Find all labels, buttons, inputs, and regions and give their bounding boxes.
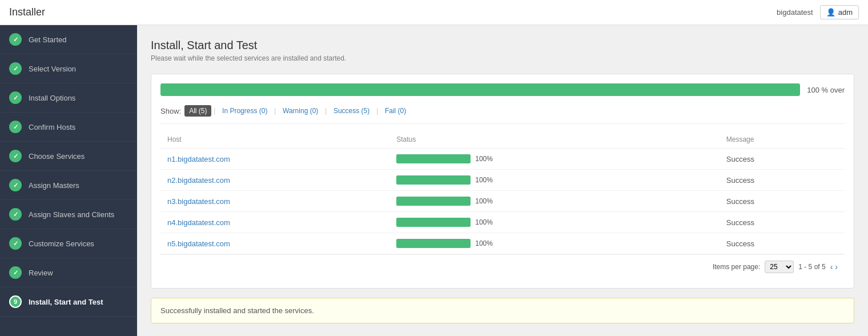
row-progress-bg (396, 175, 471, 185)
step-badge-customize-services: ✓ (9, 237, 22, 250)
sidebar-item-select-version[interactable]: ✓Select Version (0, 54, 137, 83)
col-header-message: Message (720, 131, 845, 149)
step-badge-select-version: ✓ (9, 62, 22, 75)
overall-progress-bar-bg (160, 83, 800, 96)
step-badge-assign-slaves: ✓ (9, 208, 22, 221)
row-progress-bg (396, 197, 471, 206)
filter-btn-success[interactable]: Success (5) (329, 105, 374, 117)
table-row: n4.bigdatatest.com100%Success (160, 212, 845, 233)
row-progress-wrap: 100% (396, 218, 713, 227)
step-badge-confirm-hosts: ✓ (9, 121, 22, 133)
col-header-host: Host (160, 131, 389, 149)
message-cell: Success (720, 212, 845, 233)
sidebar-label-install-start-test: Install, Start and Test (29, 298, 103, 306)
next-page-button[interactable]: › (835, 262, 838, 271)
navbar-user[interactable]: 👤 adm (820, 5, 859, 19)
row-progress-fill (396, 239, 471, 248)
row-progress-wrap: 100% (396, 175, 713, 185)
sidebar-label-review: Review (29, 269, 53, 277)
row-progress-fill (396, 154, 471, 163)
filter-sep: | (323, 106, 329, 115)
navbar-user-label: adm (838, 8, 853, 17)
host-link[interactable]: n2.bigdatatest.com (167, 176, 230, 185)
status-cell: 100% (389, 149, 720, 170)
row-progress-bg (396, 154, 471, 163)
step-badge-install-start-test: 9 (9, 295, 22, 308)
status-cell: 100% (389, 233, 720, 254)
navbar-env: bigdatatest (777, 8, 813, 17)
row-progress-fill (396, 175, 471, 185)
host-cell: n3.bigdatatest.com (160, 191, 389, 212)
filter-btn-all[interactable]: All (5) (184, 105, 211, 117)
status-cell: 100% (389, 212, 720, 233)
sidebar-item-assign-masters[interactable]: ✓Assign Masters (0, 171, 137, 200)
success-message-box: Successfully installed and started the s… (151, 298, 854, 323)
host-cell: n4.bigdatatest.com (160, 212, 389, 233)
sidebar-label-confirm-hosts: Confirm Hosts (29, 123, 75, 131)
sidebar-label-assign-masters: Assign Masters (29, 181, 79, 190)
success-message-text: Successfully installed and started the s… (160, 306, 314, 315)
sidebar-item-customize-services[interactable]: ✓Customize Services (0, 229, 137, 258)
sidebar-label-customize-services: Customize Services (29, 239, 94, 248)
step-badge-install-options: ✓ (9, 91, 22, 104)
host-link[interactable]: n3.bigdatatest.com (167, 197, 230, 206)
filter-btn-fail[interactable]: Fail (0) (380, 105, 411, 117)
row-percent: 100% (475, 155, 493, 163)
filter-btn-warning[interactable]: Warning (0) (278, 105, 323, 117)
host-link[interactable]: n4.bigdatatest.com (167, 218, 230, 227)
sidebar-item-choose-services[interactable]: ✓Choose Services (0, 142, 137, 171)
table-row: n5.bigdatatest.com100%Success (160, 233, 845, 254)
sidebar-item-install-options[interactable]: ✓Install Options (0, 83, 137, 113)
per-page-select[interactable]: 25 50 100 (765, 261, 794, 273)
row-progress-bg (396, 218, 471, 227)
row-percent: 100% (475, 239, 493, 247)
table-row: n1.bigdatatest.com100%Success (160, 149, 845, 170)
row-progress-wrap: 100% (396, 154, 713, 163)
sidebar-item-review[interactable]: ✓Review (0, 258, 137, 287)
message-cell: Success (720, 233, 845, 254)
user-icon: 👤 (826, 8, 835, 17)
row-progress-fill (396, 218, 471, 227)
sidebar-item-assign-slaves[interactable]: ✓Assign Slaves and Clients (0, 200, 137, 229)
host-link[interactable]: n5.bigdatatest.com (167, 239, 230, 248)
sidebar-item-confirm-hosts[interactable]: ✓Confirm Hosts (0, 113, 137, 142)
overall-progress-wrap: 100 % over (160, 83, 845, 96)
sidebar-item-get-started[interactable]: ✓Get Started (0, 25, 137, 54)
host-cell: n1.bigdatatest.com (160, 149, 389, 170)
prev-page-button[interactable]: ‹ (830, 262, 833, 271)
table-row: n2.bigdatatest.com100%Success (160, 170, 845, 191)
show-label: Show: (160, 107, 181, 115)
step-badge-assign-masters: ✓ (9, 179, 22, 191)
host-link[interactable]: n1.bigdatatest.com (167, 155, 230, 163)
sidebar-item-install-start-test[interactable]: 9Install, Start and Test (0, 287, 137, 317)
progress-section: 100 % over Show: All (5) | In Progress (… (151, 74, 854, 289)
row-progress-fill (396, 197, 471, 206)
filter-btn-in-progress[interactable]: In Progress (0) (218, 105, 272, 117)
step-badge-get-started: ✓ (9, 33, 22, 46)
filter-sep: | (211, 106, 218, 115)
row-progress-bg (396, 239, 471, 248)
row-percent: 100% (475, 218, 493, 226)
step-badge-review: ✓ (9, 266, 22, 279)
filter-sep: | (272, 106, 278, 115)
step-badge-choose-services: ✓ (9, 150, 22, 162)
overall-progress-bar-fill (160, 83, 800, 96)
filter-buttons: All (5) | In Progress (0) | Warning (0) … (184, 105, 411, 117)
host-cell: n5.bigdatatest.com (160, 233, 389, 254)
table-head: HostStatusMessage (160, 131, 845, 149)
row-progress-wrap: 100% (396, 239, 713, 248)
navbar-brand: Installer (9, 6, 45, 18)
message-cell: Success (720, 149, 845, 170)
sidebar-label-install-options: Install Options (29, 94, 75, 102)
sidebar-label-select-version: Select Version (29, 65, 76, 73)
row-progress-wrap: 100% (396, 197, 713, 206)
overall-percent-label: 100 % over (807, 86, 845, 94)
sidebar-label-assign-slaves: Assign Slaves and Clients (29, 210, 114, 219)
sidebar-label-choose-services: Choose Services (29, 152, 85, 161)
pagination-nav: ‹ › (830, 262, 838, 271)
filter-bar: Show: All (5) | In Progress (0) | Warnin… (160, 105, 845, 124)
table-body: n1.bigdatatest.com100%Successn2.bigdatat… (160, 149, 845, 254)
status-cell: 100% (389, 170, 720, 191)
status-cell: 100% (389, 191, 720, 212)
main-content: Install, Start and Test Please wait whil… (137, 25, 868, 336)
